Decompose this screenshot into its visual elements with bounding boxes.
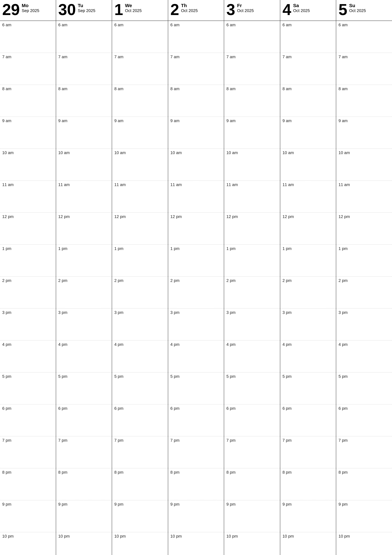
time-slot-0-1[interactable]: 7 am	[0, 53, 56, 85]
time-slot-5-5[interactable]: 11 am	[280, 181, 336, 213]
time-slot-1-1[interactable]: 7 am	[56, 53, 112, 85]
time-slot-5-6[interactable]: 12 pm	[280, 213, 336, 245]
time-slot-2-1[interactable]: 7 am	[112, 53, 168, 85]
time-slot-2-3[interactable]: 9 am	[112, 117, 168, 149]
time-slot-0-15[interactable]: 9 pm	[0, 500, 56, 532]
time-slot-5-15[interactable]: 9 pm	[280, 500, 336, 532]
time-slot-1-14[interactable]: 8 pm	[56, 468, 112, 500]
time-slot-5-2[interactable]: 8 am	[280, 85, 336, 117]
time-slot-2-2[interactable]: 8 am	[112, 85, 168, 117]
time-slot-4-14[interactable]: 8 pm	[224, 468, 280, 500]
time-slot-4-7[interactable]: 1 pm	[224, 245, 280, 277]
time-slot-0-12[interactable]: 6 pm	[0, 404, 56, 436]
time-slot-6-7[interactable]: 1 pm	[336, 245, 392, 277]
time-slot-6-5[interactable]: 11 am	[336, 181, 392, 213]
time-slot-1-9[interactable]: 3 pm	[56, 308, 112, 340]
time-slot-6-3[interactable]: 9 am	[336, 117, 392, 149]
time-slot-1-2[interactable]: 8 am	[56, 85, 112, 117]
time-slot-1-8[interactable]: 2 pm	[56, 277, 112, 308]
time-slot-4-13[interactable]: 7 pm	[224, 436, 280, 468]
time-slot-1-13[interactable]: 7 pm	[56, 436, 112, 468]
time-slot-6-15[interactable]: 9 pm	[336, 500, 392, 532]
time-slot-3-1[interactable]: 7 am	[168, 53, 224, 85]
time-slot-4-6[interactable]: 12 pm	[224, 213, 280, 245]
time-slot-6-4[interactable]: 10 am	[336, 149, 392, 181]
time-slot-3-15[interactable]: 9 pm	[168, 500, 224, 532]
time-slot-4-1[interactable]: 7 am	[224, 53, 280, 85]
time-slot-1-12[interactable]: 6 pm	[56, 404, 112, 436]
time-slot-3-10[interactable]: 4 pm	[168, 340, 224, 372]
time-slot-2-15[interactable]: 9 pm	[112, 500, 168, 532]
time-slot-3-9[interactable]: 3 pm	[168, 308, 224, 340]
time-slot-5-12[interactable]: 6 pm	[280, 404, 336, 436]
time-slot-1-10[interactable]: 4 pm	[56, 340, 112, 372]
time-slot-6-10[interactable]: 4 pm	[336, 340, 392, 372]
time-slot-1-7[interactable]: 1 pm	[56, 245, 112, 277]
time-slot-5-3[interactable]: 9 am	[280, 117, 336, 149]
time-slot-0-5[interactable]: 11 am	[0, 181, 56, 213]
time-slot-2-0[interactable]: 6 am	[112, 21, 168, 53]
time-slot-4-2[interactable]: 8 am	[224, 85, 280, 117]
time-slot-2-14[interactable]: 8 pm	[112, 468, 168, 500]
time-slot-3-5[interactable]: 11 am	[168, 181, 224, 213]
time-slot-6-11[interactable]: 5 pm	[336, 372, 392, 404]
time-slot-4-4[interactable]: 10 am	[224, 149, 280, 181]
time-slot-0-11[interactable]: 5 pm	[0, 372, 56, 404]
time-slot-3-12[interactable]: 6 pm	[168, 404, 224, 436]
time-slot-0-8[interactable]: 2 pm	[0, 277, 56, 308]
time-slot-2-4[interactable]: 10 am	[112, 149, 168, 181]
time-slot-3-8[interactable]: 2 pm	[168, 277, 224, 308]
time-slot-5-1[interactable]: 7 am	[280, 53, 336, 85]
time-slot-2-13[interactable]: 7 pm	[112, 436, 168, 468]
time-slot-1-11[interactable]: 5 pm	[56, 372, 112, 404]
time-slot-6-6[interactable]: 12 pm	[336, 213, 392, 245]
time-slot-1-0[interactable]: 6 am	[56, 21, 112, 53]
time-slot-3-7[interactable]: 1 pm	[168, 245, 224, 277]
time-slot-0-16[interactable]: 10 pm	[0, 532, 56, 555]
time-slot-5-16[interactable]: 10 pm	[280, 532, 336, 555]
time-slot-5-13[interactable]: 7 pm	[280, 436, 336, 468]
time-slot-5-4[interactable]: 10 am	[280, 149, 336, 181]
time-slot-4-12[interactable]: 6 pm	[224, 404, 280, 436]
time-slot-0-4[interactable]: 10 am	[0, 149, 56, 181]
time-slot-0-14[interactable]: 8 pm	[0, 468, 56, 500]
time-slot-5-9[interactable]: 3 pm	[280, 308, 336, 340]
time-slot-6-12[interactable]: 6 pm	[336, 404, 392, 436]
time-slot-2-11[interactable]: 5 pm	[112, 372, 168, 404]
time-slot-3-14[interactable]: 8 pm	[168, 468, 224, 500]
time-slot-3-16[interactable]: 10 pm	[168, 532, 224, 555]
time-slot-5-0[interactable]: 6 am	[280, 21, 336, 53]
time-slot-6-16[interactable]: 10 pm	[336, 532, 392, 555]
time-slot-1-15[interactable]: 9 pm	[56, 500, 112, 532]
time-slot-5-11[interactable]: 5 pm	[280, 372, 336, 404]
time-slot-2-10[interactable]: 4 pm	[112, 340, 168, 372]
time-slot-1-16[interactable]: 10 pm	[56, 532, 112, 555]
time-slot-0-2[interactable]: 8 am	[0, 85, 56, 117]
time-slot-2-16[interactable]: 10 pm	[112, 532, 168, 555]
time-slot-3-11[interactable]: 5 pm	[168, 372, 224, 404]
time-slot-6-1[interactable]: 7 am	[336, 53, 392, 85]
time-slot-6-13[interactable]: 7 pm	[336, 436, 392, 468]
time-slot-4-10[interactable]: 4 pm	[224, 340, 280, 372]
time-slot-5-8[interactable]: 2 pm	[280, 277, 336, 308]
time-slot-3-3[interactable]: 9 am	[168, 117, 224, 149]
time-slot-2-5[interactable]: 11 am	[112, 181, 168, 213]
time-slot-3-2[interactable]: 8 am	[168, 85, 224, 117]
time-slot-4-11[interactable]: 5 pm	[224, 372, 280, 404]
time-slot-2-12[interactable]: 6 pm	[112, 404, 168, 436]
time-slot-0-6[interactable]: 12 pm	[0, 213, 56, 245]
time-slot-5-7[interactable]: 1 pm	[280, 245, 336, 277]
time-slot-6-8[interactable]: 2 pm	[336, 277, 392, 308]
time-slot-0-7[interactable]: 1 pm	[0, 245, 56, 277]
time-slot-2-9[interactable]: 3 pm	[112, 308, 168, 340]
time-slot-5-10[interactable]: 4 pm	[280, 340, 336, 372]
time-slot-6-0[interactable]: 6 am	[336, 21, 392, 53]
time-slot-0-3[interactable]: 9 am	[0, 117, 56, 149]
time-slot-2-8[interactable]: 2 pm	[112, 277, 168, 308]
time-slot-3-0[interactable]: 6 am	[168, 21, 224, 53]
time-slot-0-0[interactable]: 6 am	[0, 21, 56, 53]
time-slot-0-13[interactable]: 7 pm	[0, 436, 56, 468]
time-slot-6-2[interactable]: 8 am	[336, 85, 392, 117]
time-slot-5-14[interactable]: 8 pm	[280, 468, 336, 500]
time-slot-1-6[interactable]: 12 pm	[56, 213, 112, 245]
